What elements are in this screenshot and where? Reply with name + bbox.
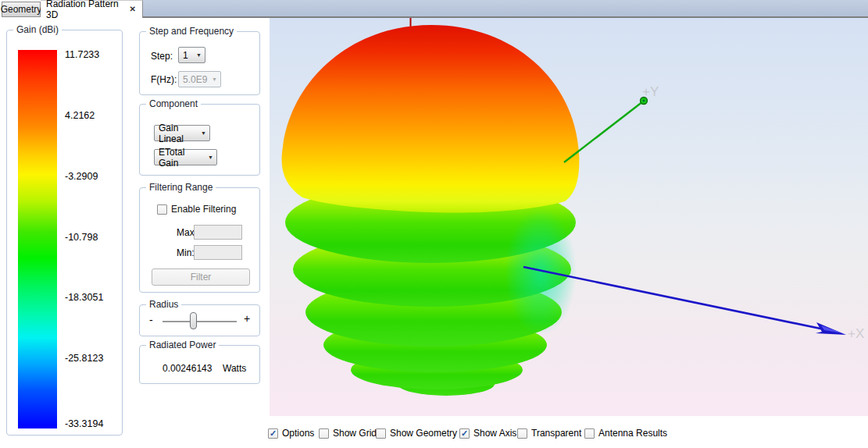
app-window: Geometry Radiation Pattern 3D ✕ Gain (dB… — [0, 0, 868, 448]
y-axis-arrowhead-dot — [643, 100, 645, 102]
chevron-down-icon: ▼ — [212, 76, 217, 82]
freq-label: F(Hz): — [151, 74, 177, 85]
radiated-power-value: 0.00246143 — [163, 363, 212, 374]
show-geometry-label: Show Geometry — [390, 428, 457, 439]
min-input[interactable] — [194, 245, 242, 260]
y-axis-label: +Y — [642, 84, 659, 99]
tab-radiation-pattern-3d[interactable]: Radiation Pattern 3D ✕ — [41, 0, 143, 18]
component-title: Component — [146, 98, 201, 109]
radius-slider-track[interactable] — [163, 321, 237, 322]
transparent-checkbox[interactable] — [517, 428, 527, 439]
component-type-dropdown[interactable]: Gain Lineal ▼ — [154, 125, 210, 141]
x-axis-label: +X — [848, 326, 864, 341]
transparent-label: Transparent — [531, 428, 581, 439]
radius-plus-label: + — [244, 312, 250, 325]
component-type-value: Gain Lineal — [159, 123, 197, 144]
radiation-pattern-3d-viewport[interactable]: +Y +X — [270, 18, 868, 416]
gain-tick: -10.798 — [65, 232, 98, 243]
chevron-down-icon: ▼ — [196, 52, 202, 58]
radiation-pattern-plot: +Y +X — [270, 18, 868, 416]
filtering-title: Filtering Range — [146, 182, 216, 193]
min-label: Min: — [177, 247, 195, 258]
component-field-dropdown[interactable]: ETotal Gain ▼ — [154, 149, 217, 165]
step-dropdown[interactable]: 1 ▼ — [178, 47, 205, 63]
gain-tick: 4.2162 — [65, 110, 95, 121]
filter-button[interactable]: Filter — [152, 268, 250, 286]
gain-tick: -18.3051 — [65, 292, 103, 303]
step-value: 1 — [183, 50, 188, 61]
antenna-results-checkbox[interactable] — [584, 428, 595, 439]
footer-option-show-geometry[interactable]: Show Geometry — [376, 428, 457, 439]
max-input[interactable] — [194, 225, 242, 240]
radius-slider-thumb[interactable] — [190, 312, 197, 329]
filtering-range-groupbox: Filtering Range Enable Filtering Max: Mi… — [139, 187, 260, 293]
gain-tick: -25.8123 — [65, 353, 103, 364]
radius-title: Radius — [146, 299, 181, 310]
radiated-power-unit: Watts — [223, 363, 246, 374]
step-frequency-groupbox: Step and Frequency Step: 1 ▼ F(Hz): 5.0E… — [139, 31, 260, 95]
chevron-down-icon: ▼ — [201, 130, 206, 136]
enable-filtering-checkbox[interactable] — [157, 204, 167, 215]
footer-option-show-grid[interactable]: Show Grid — [319, 428, 377, 439]
close-icon[interactable]: ✕ — [130, 5, 136, 13]
gain-tick: -3.2909 — [65, 171, 98, 182]
frequency-dropdown[interactable]: 5.0E9 ▼ — [178, 71, 221, 87]
show-axis-label: Show Axis — [473, 428, 516, 439]
radius-groupbox: Radius - + — [139, 304, 260, 336]
gain-tick: -33.3194 — [65, 418, 103, 429]
frequency-value: 5.0E9 — [183, 74, 207, 85]
gain-colorbar — [18, 50, 57, 428]
options-checkbox[interactable]: ✓ — [268, 428, 278, 439]
step-label: Step: — [151, 51, 173, 62]
tab-geometry[interactable]: Geometry — [2, 2, 41, 17]
component-groupbox: Component Gain Lineal ▼ ETotal Gain ▼ — [139, 104, 260, 176]
radiated-power-title: Radiated Power — [146, 340, 219, 350]
show-geometry-checkbox[interactable] — [376, 428, 386, 439]
tabbar-filler-strip — [143, 0, 868, 18]
chevron-down-icon: ▼ — [208, 155, 213, 160]
footer-option-show-axis[interactable]: ✓ Show Axis — [459, 428, 516, 439]
antenna-results-label: Antenna Results — [598, 428, 667, 439]
component-field-value: ETotal Gain — [159, 147, 204, 169]
footer-option-transparent[interactable]: Transparent — [517, 428, 581, 439]
gain-tick: 11.7233 — [65, 49, 99, 60]
radius-minus-label: - — [149, 314, 153, 326]
show-grid-label: Show Grid — [333, 428, 377, 439]
footer-option-options[interactable]: ✓ Options — [268, 428, 314, 439]
show-axis-checkbox[interactable]: ✓ — [459, 428, 470, 439]
step-frequency-title: Step and Frequency — [146, 26, 237, 37]
show-grid-checkbox[interactable] — [319, 428, 329, 439]
main-lobe — [282, 25, 580, 213]
gain-title: Gain (dBi) — [13, 24, 62, 35]
tab-radiation-label: Radiation Pattern 3D — [46, 0, 123, 20]
enable-filtering-label: Enable Filtering — [171, 204, 236, 215]
tab-geometry-label: Geometry — [1, 4, 42, 15]
footer-option-antenna-results[interactable]: Antenna Results — [584, 428, 667, 439]
teal-shading — [505, 208, 577, 336]
options-label: Options — [282, 428, 314, 439]
gain-groupbox: Gain (dBi) 11.7233 4.2162 -3.2909 -10.79… — [6, 30, 123, 436]
radiated-power-groupbox: Radiated Power 0.00246143 Watts — [139, 345, 260, 384]
